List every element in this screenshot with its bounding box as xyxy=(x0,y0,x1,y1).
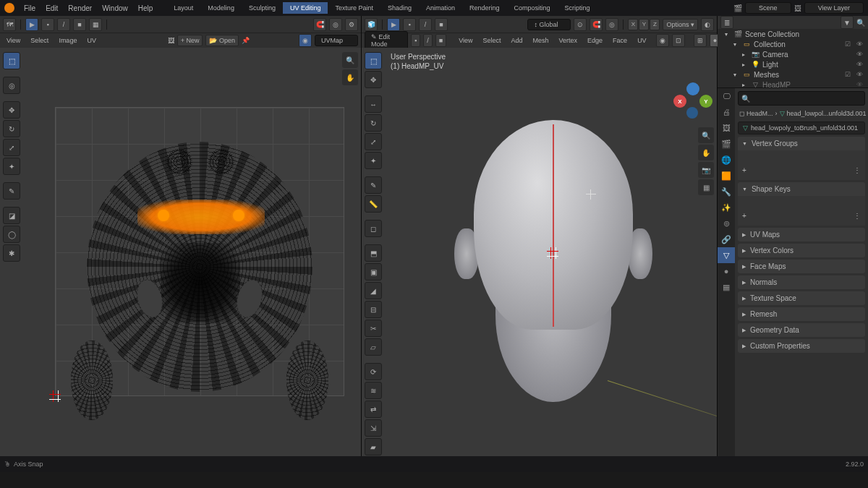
v3d-menu-add[interactable]: Add xyxy=(508,35,527,46)
v3d-tool-extrude[interactable]: ⬒ xyxy=(365,244,382,262)
v3d-tool-polybuild[interactable]: ▱ xyxy=(365,338,382,356)
outliner-type-selector[interactable]: ≣ xyxy=(720,16,733,29)
v3d-tool-rotate[interactable]: ↻ xyxy=(365,114,382,132)
outliner-root[interactable]: ▾ 🎬 Scene Collection xyxy=(718,29,868,39)
uv-select-mode-sync[interactable]: ▶ xyxy=(25,18,38,31)
v3d-tool-loopcut[interactable]: ⊟ xyxy=(365,301,382,318)
axis-y-icon[interactable]: Y xyxy=(699,95,712,108)
v3d-menu-uv[interactable]: UV xyxy=(634,35,650,46)
v3d-tool-shrink[interactable]: ⇲ xyxy=(365,419,382,437)
add-icon[interactable]: + xyxy=(742,166,746,174)
uv-menu-view[interactable]: View xyxy=(3,35,24,46)
workspace-tab-scripting[interactable]: Scripting xyxy=(558,2,597,14)
v3d-tool-edgeslide[interactable]: ⇄ xyxy=(365,401,382,418)
eye-icon[interactable]: 👁 xyxy=(856,51,865,58)
uv-overlay-options[interactable]: ⚙ xyxy=(345,18,358,31)
uv-snap-toggle[interactable]: 🧲 xyxy=(313,18,326,31)
tool-move[interactable]: ✥ xyxy=(3,101,20,119)
submode-edge[interactable]: / xyxy=(423,34,433,47)
uv-select-mode-face[interactable]: ■ xyxy=(73,18,86,31)
workspace-tab-shading[interactable]: Shading xyxy=(380,2,419,14)
tool-rip[interactable]: ◪ xyxy=(3,207,20,224)
v3d-menu-mesh[interactable]: Mesh xyxy=(529,35,553,46)
uv-menu-select[interactable]: Select xyxy=(27,35,52,46)
transform-orientation[interactable]: ↕ Global xyxy=(527,19,571,30)
prop-tab-particles[interactable]: ✨ xyxy=(718,200,735,215)
eye-icon[interactable]: 👁 xyxy=(856,40,865,48)
v3d-tool-transform[interactable]: ✦ xyxy=(365,152,382,169)
workspace-tab-layout[interactable]: Layout xyxy=(166,2,200,14)
uv-select-mode-island[interactable]: ▦ xyxy=(89,18,102,31)
workspace-tab-modeling[interactable]: Modeling xyxy=(200,2,242,14)
axis-z-icon[interactable] xyxy=(686,82,699,95)
tool-transform[interactable]: ✦ xyxy=(3,158,20,175)
persp-ortho-icon[interactable]: ▦ xyxy=(698,179,714,195)
outliner-collection[interactable]: ▾ ▭ Collection ☑👁 xyxy=(718,39,868,49)
pin-icon[interactable]: 📌 xyxy=(242,37,250,44)
eye-icon[interactable]: 👁 xyxy=(856,71,865,78)
panel-header-remesh[interactable]: Remesh xyxy=(738,307,865,321)
snap-toggle[interactable]: 🧲 xyxy=(590,18,603,31)
v3d-tool-shear[interactable]: ▰ xyxy=(365,438,382,455)
tool-cursor[interactable]: ⬚ xyxy=(3,52,20,69)
uv-zoom-icon[interactable]: 🔍 xyxy=(342,52,358,68)
uv-viewport[interactable]: ⬚ ◎ ✥ ↻ ⤢ ✦ ✎ ◪ ◯ ✱ 🔍 ✋ xyxy=(0,48,361,456)
zoom-icon[interactable]: 🔍 xyxy=(698,127,714,143)
pivot-selector[interactable]: ⊙ xyxy=(574,18,587,31)
uv-menu-image[interactable]: Image xyxy=(55,35,80,46)
overlay-toggle[interactable]: ◉ xyxy=(656,34,669,47)
outliner-collection-meshes[interactable]: ▾ ▭ Meshes ☑👁 xyxy=(718,69,868,80)
prop-tab-object[interactable]: 🟧 xyxy=(718,168,735,184)
add-icon[interactable]: + xyxy=(742,212,746,220)
v3d-tool-addcube[interactable]: ◻ xyxy=(365,220,382,237)
context-menu-icon[interactable]: ⋮ xyxy=(854,166,861,174)
v3d-select-cursor[interactable]: ▶ xyxy=(387,18,400,31)
tool-annotate[interactable]: ◎ xyxy=(3,77,20,94)
prop-tab-viewlayer[interactable]: 🖼 xyxy=(718,120,735,136)
mirror-x[interactable]: X xyxy=(628,19,638,30)
pan-icon[interactable]: ✋ xyxy=(698,145,714,160)
tool-pinch[interactable]: ✱ xyxy=(3,244,20,262)
viewlayer-selector[interactable]: View Layer xyxy=(804,2,864,14)
panel-header-vertex-colors[interactable]: Vertex Colors xyxy=(738,244,865,257)
v3d-tool-bevel[interactable]: ◢ xyxy=(365,282,382,299)
prop-tab-material[interactable]: ● xyxy=(718,263,735,279)
options-dropdown[interactable]: Options ▾ xyxy=(663,19,698,30)
eye-icon[interactable]: 👁 xyxy=(856,81,865,88)
viewport-3d[interactable]: User Perspective (1) HeadMP_UV ⬚ ✥ ↔ ↻ ⤢… xyxy=(362,48,717,456)
editor-type-selector[interactable]: 🗺 xyxy=(3,18,16,31)
prop-tab-constraints[interactable]: 🔗 xyxy=(718,231,735,247)
v3d-select-edge[interactable]: / xyxy=(419,18,432,31)
v3d-tool-measure[interactable]: 📏 xyxy=(365,195,382,213)
menu-file[interactable]: File xyxy=(19,4,41,12)
proportional-toggle[interactable]: ◎ xyxy=(605,18,618,31)
eye-icon[interactable]: 👁 xyxy=(856,61,865,68)
camera-icon[interactable]: 📷 xyxy=(698,162,714,178)
panel-header-geometry-data[interactable]: Geometry Data xyxy=(738,323,865,337)
open-image-button[interactable]: 📂 Open xyxy=(205,35,239,46)
mirror-y[interactable]: Y xyxy=(639,19,649,30)
v3d-tool-spin[interactable]: ⟳ xyxy=(365,363,382,380)
workspace-tab-texture-paint[interactable]: Texture Paint xyxy=(328,2,380,14)
tool-rotate[interactable]: ↻ xyxy=(3,120,20,137)
tool-grab[interactable]: ◯ xyxy=(3,226,20,243)
properties-search[interactable]: 🔍 xyxy=(738,91,865,106)
scene-selector[interactable]: Scene xyxy=(745,2,791,14)
menu-edit[interactable]: Edit xyxy=(41,4,63,12)
panel-header-normals[interactable]: Normals xyxy=(738,275,865,289)
submode-face[interactable]: ■ xyxy=(435,34,446,47)
v3d-select-vert[interactable]: ▪ xyxy=(403,18,416,31)
workspace-tab-sculpting[interactable]: Sculpting xyxy=(242,2,283,14)
menu-window[interactable]: Window xyxy=(97,4,133,12)
uv-menu-uv[interactable]: UV xyxy=(83,35,100,46)
v3d-menu-vertex[interactable]: Vertex xyxy=(556,35,582,46)
v3d-menu-view[interactable]: View xyxy=(455,35,476,46)
outliner-item-light[interactable]: ▸ 💡 Light 👁 xyxy=(718,59,868,69)
uv-hand-icon[interactable]: ✋ xyxy=(342,69,358,85)
outliner-item-camera[interactable]: ▸ 📷 Camera 👁 xyxy=(718,49,868,59)
menu-help[interactable]: Help xyxy=(133,4,158,12)
panel-header-texture-space[interactable]: Texture Space xyxy=(738,291,865,305)
v3d-menu-edge[interactable]: Edge xyxy=(584,35,606,46)
prop-tab-scene[interactable]: 🎬 xyxy=(718,136,735,152)
navigation-gizmo[interactable]: X Y xyxy=(673,82,711,120)
